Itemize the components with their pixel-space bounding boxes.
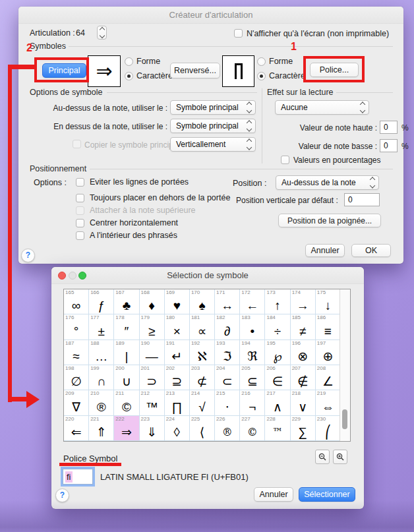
symbol-cell-182[interactable]: 182∂ [215,314,240,340]
symbol-cell-210[interactable]: 210® [89,390,114,415]
symbol-cell-213[interactable]: 213∏ [165,390,190,415]
symbol-cell-173[interactable]: 173↑ [265,289,290,314]
top-note-field[interactable]: 0 [380,121,398,134]
symbol-cell-169[interactable]: 169♥ [165,289,190,314]
cancel-button[interactable]: Annuler [254,487,293,502]
symbol-cell-200[interactable]: 200∪ [114,365,139,390]
symbol-cell-194[interactable]: 194ℜ [240,340,265,365]
select-button[interactable]: Sélectionner [299,487,355,502]
grid-scrollbar[interactable] [340,289,350,441]
zoom-out-button[interactable] [315,450,330,464]
symbol-cell-174[interactable]: 174→ [291,289,316,314]
articulation-stepper[interactable] [97,26,107,40]
flipped-symbol-preview[interactable] [222,55,254,87]
percent-checkbox[interactable] [281,156,289,164]
symbol-cell-181[interactable]: 181∝ [190,314,215,340]
symbol-cell-177[interactable]: 177± [89,314,114,340]
symbol-cell-172[interactable]: 172← [240,289,265,314]
symbol-cell-223[interactable]: 223⇓ [140,416,165,441]
symbol-cell-212[interactable]: 212™ [140,390,165,415]
symbol-cell-215[interactable]: 215⋅ [215,390,240,415]
forme-radio-2[interactable] [257,57,266,66]
minimize-button[interactable] [69,272,76,280]
help-button[interactable]: ? [55,488,69,502]
symbol-cell-226[interactable]: 226® [215,416,240,441]
symbol-cell-165[interactable]: 165∞ [64,289,89,314]
symbol-cell-211[interactable]: 211© [114,390,139,415]
symbol-cell-217[interactable]: 217∧ [265,390,290,415]
symbol-cell-221[interactable]: 221⇑ [89,416,114,441]
symbol-cell-205[interactable]: 205⊆ [240,365,265,390]
position-popup[interactable]: Au-dessus de la note [276,175,379,190]
zoom-in-button[interactable] [333,450,347,464]
symbol-cell-220[interactable]: 220⇐ [64,416,89,441]
copy-symbol-popup[interactable]: Verticallement [170,137,256,152]
bottom-note-field[interactable]: 0 [380,139,398,152]
symbol-cell-199[interactable]: 199∩ [89,365,114,390]
outside-staff-checkbox[interactable] [76,194,84,202]
copy-symbol-checkbox[interactable] [73,140,81,148]
symbol-cell-184[interactable]: 184÷ [265,314,290,340]
playback-effect-popup[interactable]: Aucune [275,100,369,115]
symbol-cell-203[interactable]: 203⊄ [190,365,215,390]
symbol-cell-228[interactable]: 228™ [265,416,290,441]
symbol-cell-204[interactable]: 204⊂ [215,365,240,390]
symbol-cell-227[interactable]: 227© [240,416,265,441]
attach-top-note-checkbox[interactable] [76,206,84,215]
symbol-cell-222[interactable]: 222⇒ [114,416,139,441]
symbol-cell-189[interactable]: 189| [114,340,139,365]
below-note-popup[interactable]: Symbole principal [170,119,256,133]
close-button[interactable] [58,272,66,280]
caractere-radio-1[interactable] [125,72,133,80]
symbol-cell-230[interactable]: 230⎛ [316,416,341,441]
symbol-cell-187[interactable]: 187≈ [64,340,89,365]
symbol-cell-190[interactable]: 190― [140,340,165,365]
symbol-cell-206[interactable]: 206∈ [265,365,290,390]
handle-position-button[interactable]: Position de la poignée... [278,214,381,227]
symbol-cell-195[interactable]: 195℘ [265,340,290,365]
center-horizontal-checkbox[interactable] [76,219,84,227]
symbol-cell-170[interactable]: 170♠ [190,289,215,314]
caractere-radio-2[interactable] [257,72,266,80]
symbol-cell-166[interactable]: 166ƒ [89,289,114,314]
symbol-cell-186[interactable]: 186≡ [316,314,341,340]
symbol-cell-191[interactable]: 191↵ [165,340,190,365]
avoid-staff-lines-checkbox[interactable] [76,178,84,187]
symbol-cell-171[interactable]: 171↔ [215,289,240,314]
symbol-cell-175[interactable]: 175↓ [316,289,341,314]
symbol-cell-183[interactable]: 183• [240,314,265,340]
main-symbol-preview[interactable]: ⇒ [88,55,121,87]
symbol-cell-197[interactable]: 197⊕ [316,340,341,365]
renverse-button[interactable]: Renversé... [170,63,220,78]
inside-slurs-checkbox[interactable] [76,231,84,240]
symbol-cell-208[interactable]: 208∠ [316,365,341,390]
scrollbar-thumb[interactable] [342,409,347,429]
symbol-cell-198[interactable]: 198∅ [64,365,89,390]
forme-radio-1[interactable] [125,57,133,66]
symbol-cell-219[interactable]: 219⇔ [316,390,341,415]
symbol-cell-225[interactable]: 225⟨ [190,416,215,441]
above-note-popup[interactable]: Symbole principal [170,100,256,115]
symbol-cell-179[interactable]: 179≥ [140,314,165,340]
zoom-window-button[interactable] [78,272,86,280]
symbol-cell-192[interactable]: 192ℵ [190,340,215,365]
symbol-cell-214[interactable]: 214√ [190,390,215,415]
cancel-button[interactable]: Annuler [305,244,345,257]
symbol-cell-224[interactable]: 224◊ [165,416,190,441]
symbol-cell-188[interactable]: 188… [89,340,114,365]
symbol-cell-229[interactable]: 229∑ [291,416,316,441]
symbol-cell-196[interactable]: 196⊗ [291,340,316,365]
char-input[interactable]: fi [63,469,93,485]
symbol-cell-178[interactable]: 178″ [114,314,139,340]
symbol-cell-176[interactable]: 176° [64,314,89,340]
vertical-position-field[interactable]: 0 [344,193,380,206]
screen-only-checkbox[interactable] [234,29,243,38]
symbol-cell-218[interactable]: 218∨ [291,390,316,415]
symbol-cell-180[interactable]: 180× [165,314,190,340]
help-button[interactable]: ? [21,249,35,262]
symbol-cell-202[interactable]: 202⊇ [165,365,190,390]
symbol-cell-216[interactable]: 216¬ [240,390,265,415]
symbol-cell-201[interactable]: 201⊃ [140,365,165,390]
symbol-cell-193[interactable]: 193ℑ [215,340,240,365]
symbol-cell-167[interactable]: 167♣ [114,289,139,314]
